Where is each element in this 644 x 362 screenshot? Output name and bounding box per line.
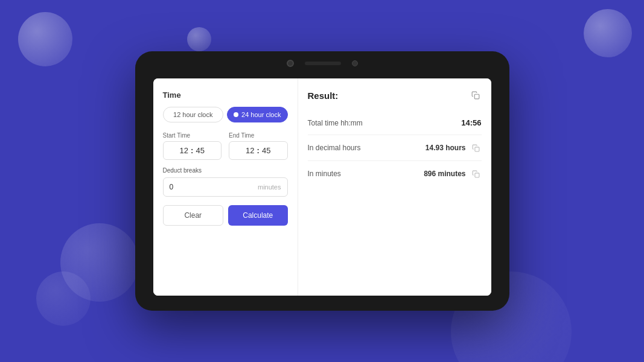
- minutes-label: In minutes: [308, 170, 341, 178]
- tablet-shell: Time 12 hour clock 24 hour clock Start T…: [135, 51, 509, 311]
- end-separator: :: [255, 146, 262, 155]
- breaks-label: Deduct breaks: [163, 167, 288, 174]
- section-title: Time: [163, 91, 288, 100]
- clock-12h-button[interactable]: 12 hour clock: [163, 107, 224, 122]
- time-row: Start Time 12 : 45 End Time 12 : 45: [163, 132, 288, 160]
- breaks-value: 0: [170, 183, 174, 191]
- clock-24h-button[interactable]: 24 hour clock: [227, 107, 288, 122]
- end-hours: 12: [246, 146, 254, 155]
- start-time-input[interactable]: 12 : 45: [163, 141, 222, 160]
- end-time-input[interactable]: 12 : 45: [229, 141, 288, 160]
- clock-24h-label: 24 hour clock: [241, 111, 281, 118]
- decimal-hours-value-group: 14.93 hours: [426, 142, 482, 153]
- tablet-speaker: [305, 62, 341, 65]
- camera-right: [352, 60, 358, 66]
- result-title: Result:: [308, 91, 339, 101]
- bubble-4: [60, 223, 139, 302]
- result-row-minutes: In minutes 896 minutes: [308, 161, 482, 186]
- calculate-button[interactable]: Calculate: [228, 205, 288, 226]
- bubble-2: [187, 27, 211, 51]
- breaks-input[interactable]: 0 minutes: [163, 177, 288, 197]
- copy-minutes-icon[interactable]: [471, 168, 482, 179]
- result-row-decimal: In decimal hours 14.93 hours: [308, 135, 482, 161]
- tablet-screen: Time 12 hour clock 24 hour clock Start T…: [153, 78, 491, 296]
- tablet-top-bar: [287, 60, 358, 67]
- bubble-1: [18, 12, 72, 66]
- left-panel: Time 12 hour clock 24 hour clock Start T…: [153, 78, 298, 296]
- result-header: Result:: [308, 89, 482, 101]
- clear-button[interactable]: Clear: [163, 205, 224, 226]
- end-time-label: End Time: [229, 132, 288, 139]
- result-row-total: Total time hh:mm 14:56: [308, 111, 482, 135]
- copy-decimal-icon[interactable]: [471, 142, 482, 153]
- svg-rect-0: [474, 94, 479, 99]
- total-time-value-group: 14:56: [461, 118, 481, 127]
- action-buttons: Clear Calculate: [163, 205, 288, 226]
- end-time-group: End Time 12 : 45: [229, 132, 288, 160]
- minutes-value-group: 896 minutes: [424, 168, 481, 179]
- bubble-5: [36, 272, 91, 326]
- total-time-label: Total time hh:mm: [308, 119, 363, 127]
- start-minutes: 45: [196, 146, 204, 155]
- svg-rect-1: [475, 147, 479, 151]
- total-time-value: 14:56: [461, 118, 481, 127]
- bubble-3: [584, 9, 632, 57]
- clock-dot: [234, 112, 238, 117]
- start-separator: :: [188, 146, 196, 155]
- right-panel: Result: Total time hh:mm 14:56 In decima…: [298, 78, 491, 296]
- decimal-hours-value: 14.93 hours: [426, 144, 466, 152]
- copy-all-icon[interactable]: [470, 89, 482, 101]
- start-time-group: Start Time 12 : 45: [163, 132, 222, 160]
- end-minutes: 45: [262, 146, 270, 155]
- start-time-label: Start Time: [163, 132, 222, 139]
- decimal-hours-label: In decimal hours: [308, 144, 361, 152]
- svg-rect-2: [475, 173, 479, 177]
- clock-toggle: 12 hour clock 24 hour clock: [163, 107, 288, 122]
- breaks-unit: minutes: [258, 183, 281, 191]
- camera-left: [287, 60, 294, 67]
- start-hours: 12: [180, 146, 188, 155]
- minutes-value: 896 minutes: [424, 170, 465, 178]
